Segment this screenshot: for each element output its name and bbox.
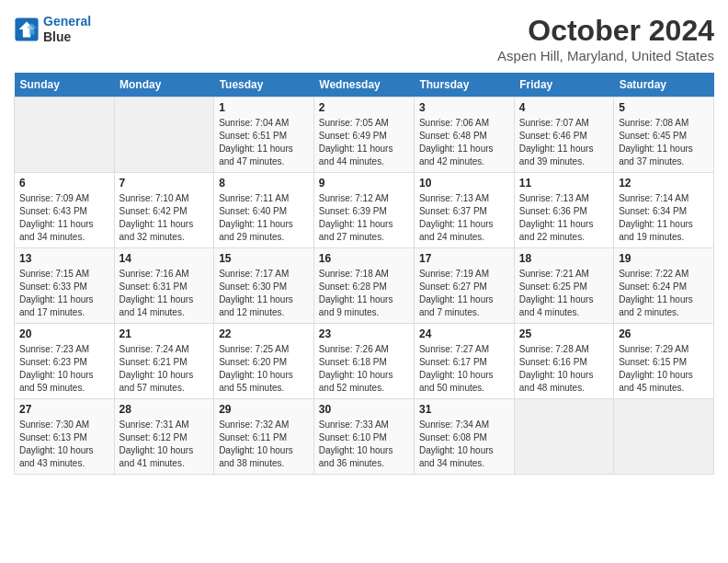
- day-info: Sunrise: 7:09 AMSunset: 6:43 PMDaylight:…: [19, 192, 109, 244]
- day-number: 18: [519, 252, 609, 265]
- day-number: 20: [19, 327, 109, 340]
- day-info: Sunrise: 7:29 AMSunset: 6:15 PMDaylight:…: [619, 343, 709, 395]
- calendar-cell: [614, 399, 714, 475]
- weekday-header-thursday: Thursday: [414, 73, 514, 98]
- day-info: Sunrise: 7:32 AMSunset: 6:11 PMDaylight:…: [219, 419, 309, 470]
- week-row-2: 6Sunrise: 7:09 AMSunset: 6:43 PMDaylight…: [15, 173, 714, 248]
- week-row-4: 20Sunrise: 7:23 AMSunset: 6:23 PMDayligh…: [15, 324, 714, 399]
- day-number: 8: [219, 177, 309, 190]
- calendar-cell: 21Sunrise: 7:24 AMSunset: 6:21 PMDayligh…: [114, 324, 214, 399]
- calendar-cell: 23Sunrise: 7:26 AMSunset: 6:18 PMDayligh…: [313, 324, 414, 399]
- calendar-cell: 9Sunrise: 7:12 AMSunset: 6:39 PMDaylight…: [313, 173, 414, 248]
- day-number: 21: [119, 327, 210, 340]
- calendar-cell: 1Sunrise: 7:04 AMSunset: 6:51 PMDaylight…: [214, 98, 314, 173]
- calendar-cell: [114, 98, 214, 173]
- calendar-cell: 4Sunrise: 7:07 AMSunset: 6:46 PMDaylight…: [514, 98, 613, 173]
- day-number: 13: [19, 252, 109, 265]
- calendar-cell: 28Sunrise: 7:31 AMSunset: 6:12 PMDayligh…: [114, 399, 214, 475]
- calendar-cell: 12Sunrise: 7:14 AMSunset: 6:34 PMDayligh…: [614, 173, 714, 248]
- day-info: Sunrise: 7:25 AMSunset: 6:20 PMDaylight:…: [219, 343, 309, 395]
- calendar-cell: 20Sunrise: 7:23 AMSunset: 6:23 PMDayligh…: [15, 324, 115, 399]
- calendar-table: SundayMondayTuesdayWednesdayThursdayFrid…: [14, 73, 714, 475]
- day-number: 14: [119, 252, 210, 265]
- day-info: Sunrise: 7:28 AMSunset: 6:16 PMDaylight:…: [519, 343, 609, 395]
- calendar-cell: 15Sunrise: 7:17 AMSunset: 6:30 PMDayligh…: [214, 248, 314, 324]
- day-info: Sunrise: 7:16 AMSunset: 6:31 PMDaylight:…: [119, 268, 210, 319]
- day-info: Sunrise: 7:11 AMSunset: 6:40 PMDaylight:…: [219, 192, 309, 244]
- day-info: Sunrise: 7:21 AMSunset: 6:25 PMDaylight:…: [519, 268, 609, 319]
- day-info: Sunrise: 7:30 AMSunset: 6:13 PMDaylight:…: [19, 419, 109, 470]
- day-info: Sunrise: 7:10 AMSunset: 6:42 PMDaylight:…: [119, 192, 210, 244]
- calendar-cell: 30Sunrise: 7:33 AMSunset: 6:10 PMDayligh…: [313, 399, 414, 475]
- day-number: 12: [619, 177, 709, 190]
- weekday-header-tuesday: Tuesday: [214, 73, 314, 98]
- day-number: 7: [119, 177, 210, 190]
- calendar-cell: 27Sunrise: 7:30 AMSunset: 6:13 PMDayligh…: [15, 399, 115, 475]
- weekday-header-monday: Monday: [114, 73, 214, 98]
- calendar-cell: 22Sunrise: 7:25 AMSunset: 6:20 PMDayligh…: [214, 324, 314, 399]
- day-number: 1: [219, 101, 309, 114]
- location: Aspen Hill, Maryland, United States: [497, 48, 714, 63]
- logo-line1: General: [43, 14, 91, 29]
- day-info: Sunrise: 7:05 AMSunset: 6:49 PMDaylight:…: [319, 117, 409, 168]
- calendar-cell: 10Sunrise: 7:13 AMSunset: 6:37 PMDayligh…: [414, 173, 514, 248]
- day-info: Sunrise: 7:19 AMSunset: 6:27 PMDaylight:…: [419, 268, 509, 319]
- day-info: Sunrise: 7:23 AMSunset: 6:23 PMDaylight:…: [19, 343, 109, 395]
- weekday-header-friday: Friday: [514, 73, 613, 98]
- day-info: Sunrise: 7:13 AMSunset: 6:37 PMDaylight:…: [419, 192, 509, 244]
- day-info: Sunrise: 7:06 AMSunset: 6:48 PMDaylight:…: [419, 117, 509, 168]
- month-title: October 2024: [497, 14, 714, 48]
- calendar-cell: 13Sunrise: 7:15 AMSunset: 6:33 PMDayligh…: [15, 248, 115, 324]
- day-info: Sunrise: 7:26 AMSunset: 6:18 PMDaylight:…: [319, 343, 409, 395]
- day-info: Sunrise: 7:22 AMSunset: 6:24 PMDaylight:…: [619, 268, 709, 319]
- day-number: 30: [319, 403, 409, 416]
- calendar-cell: 19Sunrise: 7:22 AMSunset: 6:24 PMDayligh…: [614, 248, 714, 324]
- calendar-cell: 6Sunrise: 7:09 AMSunset: 6:43 PMDaylight…: [15, 173, 115, 248]
- day-info: Sunrise: 7:12 AMSunset: 6:39 PMDaylight:…: [319, 192, 409, 244]
- day-number: 2: [319, 101, 409, 114]
- week-row-3: 13Sunrise: 7:15 AMSunset: 6:33 PMDayligh…: [15, 248, 714, 324]
- day-number: 27: [19, 403, 109, 416]
- day-number: 9: [319, 177, 409, 190]
- day-number: 16: [319, 252, 409, 265]
- day-number: 4: [519, 101, 609, 114]
- calendar-cell: 5Sunrise: 7:08 AMSunset: 6:45 PMDaylight…: [614, 98, 714, 173]
- calendar-cell: 2Sunrise: 7:05 AMSunset: 6:49 PMDaylight…: [313, 98, 414, 173]
- page-header: General Blue October 2024 Aspen Hill, Ma…: [14, 14, 714, 63]
- logo-icon: [14, 17, 40, 42]
- day-info: Sunrise: 7:33 AMSunset: 6:10 PMDaylight:…: [319, 419, 409, 470]
- logo: General Blue: [14, 14, 91, 45]
- logo-text: General Blue: [43, 14, 91, 45]
- weekday-header-saturday: Saturday: [614, 73, 714, 98]
- day-number: 24: [419, 327, 509, 340]
- week-row-5: 27Sunrise: 7:30 AMSunset: 6:13 PMDayligh…: [15, 399, 714, 475]
- day-info: Sunrise: 7:15 AMSunset: 6:33 PMDaylight:…: [19, 268, 109, 319]
- day-number: 29: [219, 403, 309, 416]
- calendar-cell: 16Sunrise: 7:18 AMSunset: 6:28 PMDayligh…: [313, 248, 414, 324]
- calendar-cell: 31Sunrise: 7:34 AMSunset: 6:08 PMDayligh…: [414, 399, 514, 475]
- title-area: October 2024 Aspen Hill, Maryland, Unite…: [497, 14, 714, 63]
- day-number: 22: [219, 327, 309, 340]
- calendar-cell: 8Sunrise: 7:11 AMSunset: 6:40 PMDaylight…: [214, 173, 314, 248]
- weekday-header-row: SundayMondayTuesdayWednesdayThursdayFrid…: [15, 73, 714, 98]
- calendar-cell: [15, 98, 115, 173]
- day-number: 15: [219, 252, 309, 265]
- day-info: Sunrise: 7:08 AMSunset: 6:45 PMDaylight:…: [619, 117, 709, 168]
- calendar-cell: 26Sunrise: 7:29 AMSunset: 6:15 PMDayligh…: [614, 324, 714, 399]
- calendar-cell: 25Sunrise: 7:28 AMSunset: 6:16 PMDayligh…: [514, 324, 613, 399]
- calendar-cell: 14Sunrise: 7:16 AMSunset: 6:31 PMDayligh…: [114, 248, 214, 324]
- weekday-header-sunday: Sunday: [15, 73, 115, 98]
- day-number: 3: [419, 101, 509, 114]
- day-number: 23: [319, 327, 409, 340]
- day-info: Sunrise: 7:27 AMSunset: 6:17 PMDaylight:…: [419, 343, 509, 395]
- day-number: 6: [19, 177, 109, 190]
- weekday-header-wednesday: Wednesday: [313, 73, 414, 98]
- day-info: Sunrise: 7:13 AMSunset: 6:36 PMDaylight:…: [519, 192, 609, 244]
- day-number: 5: [619, 101, 709, 114]
- day-info: Sunrise: 7:17 AMSunset: 6:30 PMDaylight:…: [219, 268, 309, 319]
- day-number: 31: [419, 403, 509, 416]
- calendar-cell: 11Sunrise: 7:13 AMSunset: 6:36 PMDayligh…: [514, 173, 613, 248]
- calendar-cell: [514, 399, 613, 475]
- day-number: 10: [419, 177, 509, 190]
- day-number: 28: [119, 403, 210, 416]
